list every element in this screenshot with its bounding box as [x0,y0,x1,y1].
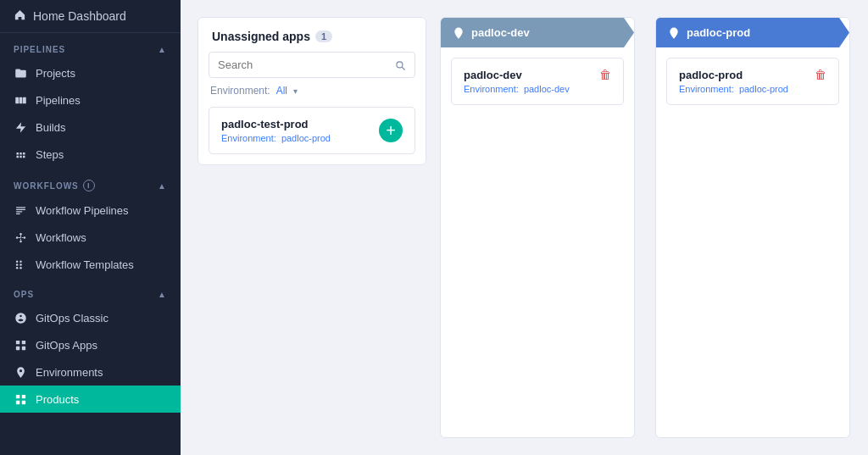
app-card-info: padloc-test-prod Environment: padloc-pro… [221,118,331,143]
card-env-prod-0: Environment: padloc-prod [679,84,788,94]
card-name-prod-0: padloc-prod [679,69,788,81]
pipeline-stage-prod: padloc-prod padloc-prod Environment: pad… [655,17,850,438]
gitops-classic-icon [14,311,27,325]
chevron-up-icon-ops: ▲ [158,290,167,299]
sidebar: Home Dashboard PIPELINES ▲ Projects Pipe… [0,0,181,455]
steps-icon [14,147,27,161]
pipeline-card-dev-0: padloc-dev Environment: padloc-dev 🗑 [451,58,624,105]
unassigned-title: Unassigned apps [212,30,310,43]
svg-point-12 [19,267,22,269]
unassigned-app-card-0: padloc-test-prod Environment: padloc-pro… [209,107,415,154]
sidebar-item-gitops-apps[interactable]: GitOps Apps [0,331,181,358]
stage-header-dev: padloc-dev [441,18,634,47]
stage-label-dev: padloc-dev [471,26,530,39]
unassigned-header: Unassigned apps 1 [198,18,426,43]
app-env: Environment: padloc-prod [221,133,331,143]
svg-rect-0 [15,97,19,103]
pipeline-card-info-dev-0: padloc-dev Environment: padloc-dev [464,69,570,94]
search-bar [209,52,415,78]
home-label: Home Dashboard [33,9,126,23]
svg-point-11 [19,264,22,266]
svg-point-5 [19,240,22,242]
main-content: Unassigned apps 1 Environment: All ▾ pad… [181,0,868,455]
products-icon [14,392,27,406]
svg-point-8 [15,264,18,266]
search-input[interactable] [209,53,386,77]
pipeline-icon [14,93,27,107]
sidebar-item-environments[interactable]: Environments [0,358,181,386]
environments-icon [14,365,27,379]
workflow-icon [14,230,27,244]
app-name: padloc-test-prod [221,118,331,130]
sidebar-item-workflows[interactable]: Workflows [0,224,181,251]
sidebar-item-workflow-templates[interactable]: Workflow Templates [0,251,181,278]
svg-rect-16 [21,346,25,349]
env-filter-label: Environment: [210,85,270,97]
pipeline-card-prod-0: padloc-prod Environment: padloc-prod 🗑 [666,58,839,105]
chevron-up-icon: ▲ [158,45,167,54]
svg-rect-15 [15,346,19,349]
home-icon [14,8,26,24]
svg-rect-20 [21,400,25,403]
stage-header-prod: padloc-prod [656,18,849,47]
stage-label-prod: padloc-prod [687,26,750,39]
svg-rect-14 [21,340,25,343]
svg-point-3 [15,236,18,239]
template-icon [14,258,27,271]
svg-rect-13 [15,340,19,343]
sidebar-item-products[interactable]: Products [0,386,181,413]
pipeline-stage-dev: padloc-dev padloc-dev Environment: padlo… [440,17,635,438]
card-env-dev-0: Environment: padloc-dev [464,84,570,94]
pipeline-columns: padloc-dev padloc-dev Environment: padlo… [440,17,851,438]
svg-rect-18 [21,394,25,397]
sidebar-item-steps[interactable]: Steps [0,141,181,168]
home-dashboard-item[interactable]: Home Dashboard [0,0,181,33]
sidebar-item-builds[interactable]: Builds [0,114,181,141]
unassigned-panel: Unassigned apps 1 Environment: All ▾ pad… [198,17,426,165]
delete-button-dev-0[interactable]: 🗑 [599,69,611,80]
section-ops: OPS ▲ [0,278,181,304]
delete-button-prod-0[interactable]: 🗑 [815,69,826,80]
svg-rect-2 [23,97,26,103]
section-workflows: WORKFLOWS i ▲ [0,168,181,197]
unassigned-count: 1 [315,31,332,42]
sidebar-item-gitops-classic[interactable]: GitOps Classic [0,304,181,331]
workflow-pipeline-icon [14,203,27,217]
pipeline-area: Unassigned apps 1 Environment: All ▾ pad… [181,0,868,455]
add-app-button[interactable]: + [379,119,403,142]
svg-rect-19 [15,400,19,403]
env-filter-value: All [276,85,287,97]
svg-point-4 [19,232,22,235]
sidebar-item-pipelines[interactable]: Pipelines [0,86,181,114]
card-name-dev-0: padloc-dev [464,69,570,81]
svg-rect-1 [19,97,22,103]
svg-rect-17 [15,394,19,397]
pipeline-card-info-prod-0: padloc-prod Environment: padloc-prod [679,69,788,94]
svg-point-7 [15,260,18,263]
chevron-up-icon-workflows: ▲ [158,181,167,191]
sidebar-item-workflow-pipelines[interactable]: Workflow Pipelines [0,197,181,224]
env-filter: Environment: All ▾ [198,78,426,102]
env-chevron-icon[interactable]: ▾ [293,86,298,96]
svg-point-10 [19,260,22,263]
search-button[interactable] [386,53,415,77]
gitops-apps-icon [14,338,27,352]
svg-point-6 [23,236,25,239]
folder-icon [14,66,27,80]
svg-point-9 [15,267,18,269]
info-icon: i [83,180,95,191]
build-icon [14,120,27,134]
section-pipelines: PIPELINES ▲ [0,33,181,59]
sidebar-item-projects[interactable]: Projects [0,59,181,86]
